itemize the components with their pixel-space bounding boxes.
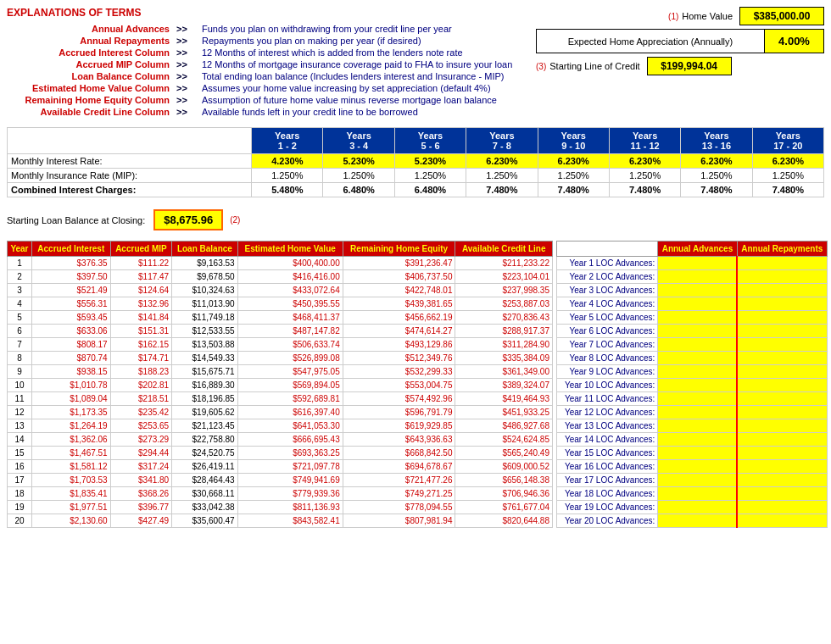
loc-advance-input[interactable] [658,365,737,379]
loc-repayment-input[interactable] [737,379,827,392]
rate-cell-0-3[interactable]: 6.230% [466,154,538,169]
loc-repayment-input[interactable] [737,447,827,460]
cell-10-0: 11 [8,392,32,406]
cell-3-2: $132.96 [110,297,172,311]
rate-cell-0-6[interactable]: 6.230% [681,154,752,169]
loc-advance-input[interactable] [658,406,737,419]
loc-advance-input[interactable] [658,487,737,501]
cell-9-2: $202.81 [110,379,172,392]
loc-repayment-input[interactable] [737,474,827,487]
loc-repayment-input[interactable] [737,501,827,514]
cell-2-4: $433,072.64 [237,284,343,297]
loc-advance-input[interactable] [658,514,737,528]
cell-14-5: $668,842.50 [343,447,455,460]
loc-repayment-input[interactable] [737,460,827,474]
loc-repayment-input[interactable] [737,433,827,447]
term-row: Annual Advances >> Funds you plan on wit… [7,24,533,34]
credit-line-value[interactable]: $199,994.04 [647,57,732,75]
loc-repayment-input[interactable] [737,514,827,528]
loc-advance-input[interactable] [658,447,737,460]
rate-cell-0-4[interactable]: 6.230% [538,154,609,169]
cell-12-2: $253.65 [110,419,172,433]
rate-cell-1-2[interactable]: 1.250% [394,169,466,183]
rate-cell-2-7[interactable]: 7.480% [752,183,823,197]
loc-advance-input[interactable] [658,352,737,365]
loc-advance-input[interactable] [658,338,737,352]
rate-row-label: Monthly Insurance Rate (MIP): [8,169,252,183]
loc-repayment-input[interactable] [737,338,827,352]
term-row: Remaining Home Equity Column >> Assumpti… [7,95,533,105]
table-row: 9$938.15$188.23$15,675.71$547,975.05$532… [8,365,553,379]
cell-19-2: $427.49 [110,514,172,528]
rate-cell-2-1[interactable]: 6.480% [323,183,394,197]
rate-cell-1-4[interactable]: 1.250% [538,169,609,183]
rate-cell-1-6[interactable]: 1.250% [681,169,752,183]
term-name: Annual Repayments [7,36,176,46]
appreciation-value[interactable]: 4.00% [764,30,823,53]
cell-12-0: 13 [8,419,32,433]
rate-cell-0-5[interactable]: 6.230% [609,154,680,169]
cell-16-4: $749,941.69 [237,474,343,487]
loc-advance-input[interactable] [658,433,737,447]
rate-cell-1-5[interactable]: 1.250% [609,169,680,183]
cell-16-1: $1,703.53 [31,474,110,487]
terms-container: Annual Advances >> Funds you plan on wit… [7,24,533,117]
term-desc: 12 Months of mortgage insurance coverage… [202,59,533,69]
rate-cell-2-0[interactable]: 5.480% [252,183,323,197]
loc-repayment-input[interactable] [737,297,827,311]
loc-advance-input[interactable] [658,379,737,392]
loc-repayment-input[interactable] [737,284,827,297]
rate-cell-0-7[interactable]: 6.230% [752,154,823,169]
loc-advance-input[interactable] [658,392,737,406]
table-row: 1$376.35$111.22$9,163.53$400,400.00$391,… [8,257,553,270]
loc-advance-input[interactable] [658,270,737,284]
loc-advance-input[interactable] [658,460,737,474]
loc-repayment-input[interactable] [737,325,827,338]
cell-6-5: $493,129.86 [343,338,455,352]
loc-repayment-input[interactable] [737,270,827,284]
rate-cell-2-2[interactable]: 6.480% [394,183,466,197]
loc-row-label: Year 19 LOC Advances: [557,501,658,514]
rate-cell-0-1[interactable]: 5.230% [323,154,394,169]
home-value[interactable]: $385,000.00 [739,7,824,25]
loc-advance-input[interactable] [658,474,737,487]
loc-repayment-input[interactable] [737,311,827,325]
cell-15-5: $694,678.67 [343,460,455,474]
rate-cell-2-6[interactable]: 7.480% [681,183,752,197]
loc-advance-input[interactable] [658,257,737,270]
loc-repayment-input[interactable] [737,406,827,419]
loc-repayment-input[interactable] [737,419,827,433]
cell-1-3: $9,678.50 [172,270,237,284]
rate-cell-1-1[interactable]: 1.250% [323,169,394,183]
rate-cell-1-0[interactable]: 1.250% [252,169,323,183]
rate-cell-2-4[interactable]: 7.480% [538,183,609,197]
loc-advance-input[interactable] [658,311,737,325]
cell-11-6: $451,933.25 [455,406,553,419]
rate-cell-1-3[interactable]: 1.250% [466,169,538,183]
loc-advance-input[interactable] [658,501,737,514]
list-item: Year 15 LOC Advances: [557,447,828,460]
loc-repayment-input[interactable] [737,352,827,365]
loc-repayment-input[interactable] [737,365,827,379]
loc-advance-input[interactable] [658,284,737,297]
rate-cell-0-0[interactable]: 4.230% [252,154,323,169]
list-item: Year 17 LOC Advances: [557,474,828,487]
rate-cell-0-2[interactable]: 5.230% [394,154,466,169]
term-arrows: >> [176,24,202,34]
table-row: 5$593.45$141.84$11,749.18$468,411.37$456… [8,311,553,325]
loc-advance-input[interactable] [658,325,737,338]
rate-cell-2-5[interactable]: 7.480% [609,183,680,197]
loc-advance-input[interactable] [658,419,737,433]
rate-cell-1-7[interactable]: 1.250% [752,169,823,183]
rate-row-label: Combined Interest Charges: [8,183,252,197]
loc-repayment-input[interactable] [737,392,827,406]
rate-cell-2-3[interactable]: 7.480% [466,183,538,197]
cell-13-3: $22,758.80 [172,433,237,447]
lb-value[interactable]: $8,675.96 [153,209,223,230]
loc-advance-input[interactable] [658,297,737,311]
loc-repayment-input[interactable] [737,257,827,270]
term-arrows: >> [176,36,202,46]
loc-col-advances: Annual Advances [658,242,737,257]
loc-repayment-input[interactable] [737,487,827,501]
cell-2-5: $422,748.01 [343,284,455,297]
